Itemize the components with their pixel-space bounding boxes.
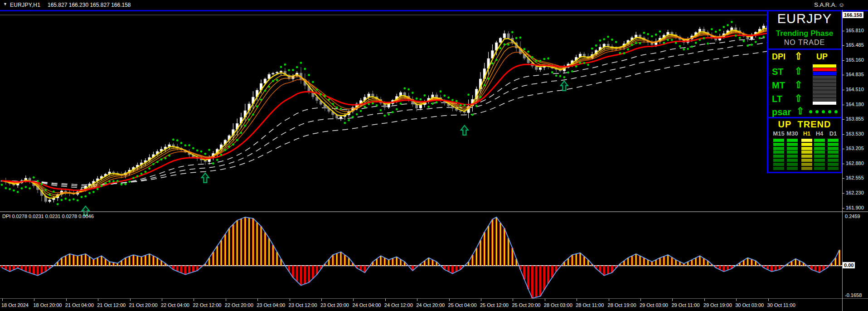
timeframe-label-m15: M15 bbox=[773, 130, 784, 137]
psar-dot bbox=[236, 139, 238, 141]
psar-dot bbox=[547, 58, 549, 60]
st-up-arrow-icon: ⇧ bbox=[795, 67, 803, 76]
psar-dot bbox=[248, 119, 250, 121]
panel-divider bbox=[768, 117, 841, 118]
signal-label-psar: psar bbox=[772, 107, 791, 117]
timeframe-label-h4: H4 bbox=[816, 130, 824, 137]
psar-dot bbox=[304, 68, 306, 70]
price-tick-label: 163.530 bbox=[846, 131, 864, 136]
price-tick bbox=[842, 105, 844, 105]
price-scale[interactable]: 166.158 165.810165.485165.160164.835164.… bbox=[842, 0, 868, 311]
time-tick bbox=[736, 299, 737, 301]
psar-dot bbox=[148, 167, 150, 170]
psar-dot bbox=[276, 79, 278, 81]
psar-dot bbox=[400, 102, 402, 105]
psar-dot bbox=[651, 35, 653, 38]
chart-plot-area[interactable] bbox=[0, 0, 842, 311]
psar-dot bbox=[81, 196, 83, 198]
psar-dot bbox=[631, 44, 633, 46]
psar-dot bbox=[491, 63, 494, 65]
price-tick-label: 164.180 bbox=[846, 102, 864, 107]
psar-dot bbox=[216, 159, 218, 161]
psar-dot bbox=[739, 37, 741, 39]
trend-title-trend: TREND bbox=[798, 119, 831, 129]
trend-cell bbox=[773, 159, 784, 162]
psar-dot bbox=[679, 45, 681, 47]
time-tick-label: 23 Oct 20:00 bbox=[320, 302, 349, 308]
psar-dot bbox=[264, 90, 266, 92]
psar-dot bbox=[715, 31, 717, 33]
psar-dot bbox=[188, 144, 190, 146]
trend-cell bbox=[814, 151, 825, 154]
trend-cell bbox=[814, 159, 825, 162]
psar-dot bbox=[272, 80, 274, 82]
psar-dot bbox=[595, 44, 597, 47]
psar-dot bbox=[136, 175, 139, 177]
psar-dot bbox=[144, 171, 146, 173]
psar-dot bbox=[762, 36, 765, 38]
psar-dot bbox=[328, 98, 330, 101]
psar-dot bbox=[121, 183, 123, 185]
trend-cell bbox=[828, 155, 839, 158]
time-tick bbox=[257, 299, 258, 301]
time-tick bbox=[2, 299, 3, 301]
psar-dot bbox=[192, 147, 194, 150]
psar-dot bbox=[228, 146, 230, 148]
psar-dot bbox=[73, 198, 75, 200]
trend-cell bbox=[814, 143, 825, 146]
psar-dot bbox=[603, 38, 605, 40]
time-tick bbox=[194, 299, 194, 301]
psar-dot bbox=[232, 143, 234, 146]
time-tick-label: 22 Oct 12:00 bbox=[193, 302, 221, 308]
trend-cell bbox=[773, 143, 784, 146]
psar-dot bbox=[412, 92, 414, 94]
dpi-signal-line bbox=[2, 217, 839, 298]
trend-title-up: UP bbox=[778, 119, 792, 129]
psar-dot bbox=[723, 26, 725, 28]
psar-dot bbox=[495, 59, 498, 61]
psar-dot bbox=[340, 107, 342, 110]
psar-dot bbox=[683, 49, 685, 51]
lt-up-arrow-icon: ⇧ bbox=[795, 94, 803, 103]
price-tick-label: 162.880 bbox=[846, 160, 864, 166]
psar-dot bbox=[471, 114, 474, 116]
window-separator[interactable] bbox=[0, 211, 868, 212]
psar-dot bbox=[240, 132, 242, 134]
time-tick bbox=[577, 299, 577, 301]
trend-cell bbox=[828, 163, 839, 166]
psar-dot bbox=[176, 139, 179, 141]
psar-dot bbox=[627, 49, 629, 51]
trend-cell bbox=[801, 155, 812, 158]
psar-dot bbox=[284, 63, 286, 66]
price-tick bbox=[842, 149, 844, 149]
candle-body bbox=[48, 200, 51, 202]
psar-legend-dot bbox=[809, 110, 812, 113]
dpi-indicator-layer bbox=[0, 217, 842, 298]
psar-dot bbox=[108, 180, 111, 183]
psar-dot bbox=[88, 192, 91, 194]
time-tick bbox=[290, 299, 290, 301]
trend-cell bbox=[814, 163, 825, 166]
psar-dot bbox=[639, 42, 641, 44]
psar-dot bbox=[204, 153, 206, 155]
time-tick-label: 24 Oct 12:00 bbox=[384, 302, 413, 308]
psar-dot bbox=[97, 188, 99, 190]
ribbon-legend-row bbox=[813, 83, 836, 86]
time-tick-label: 25 Oct 20:00 bbox=[512, 302, 540, 308]
psar-dot bbox=[164, 157, 166, 160]
psar-dot bbox=[104, 182, 107, 185]
time-tick bbox=[768, 299, 769, 301]
time-tick-label: 30 Oct 11:00 bbox=[767, 302, 795, 308]
psar-dot bbox=[220, 154, 223, 156]
ribbon-legend-row bbox=[813, 72, 836, 75]
time-tick-label: 22 Oct 04:00 bbox=[161, 302, 189, 308]
time-axis[interactable]: 18 Oct 202418 Oct 20:0021 Oct 04:0021 Oc… bbox=[0, 299, 868, 311]
psar-dot bbox=[687, 48, 689, 50]
time-tick bbox=[66, 299, 67, 301]
dashed-ma-line bbox=[2, 43, 839, 185]
time-tick-label: 28 Oct 11:00 bbox=[576, 302, 604, 308]
time-tick-label: 21 Oct 04:00 bbox=[65, 302, 94, 308]
psar-dot bbox=[168, 155, 170, 157]
psar-dot bbox=[300, 62, 302, 64]
current-price-box: 166.158 bbox=[843, 12, 863, 18]
